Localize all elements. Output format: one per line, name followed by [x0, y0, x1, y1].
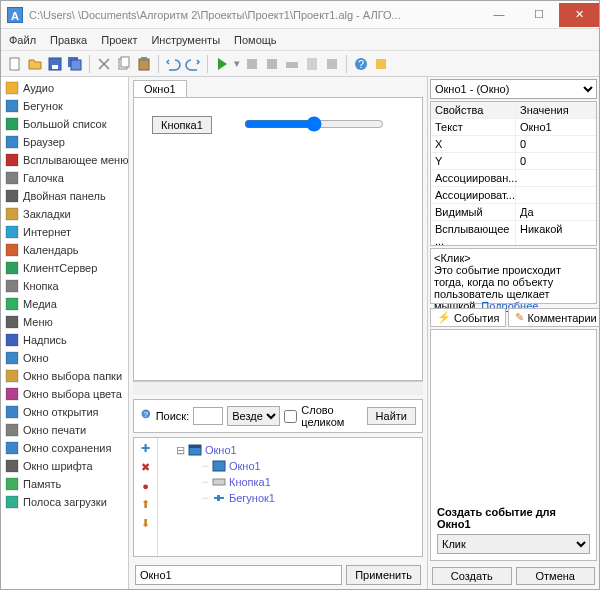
toolbox-item[interactable]: Большой список: [1, 115, 128, 133]
copy-icon[interactable]: [116, 56, 132, 72]
save-all-icon[interactable]: [67, 56, 83, 72]
toolbox-item[interactable]: Галочка: [1, 169, 128, 187]
horizontal-scrollbar[interactable]: [133, 381, 423, 395]
create-event-label: Создать событие для Окно1: [437, 506, 590, 530]
toolbox-item[interactable]: Окно выбора папки: [1, 367, 128, 385]
menu-help[interactable]: Помощь: [234, 34, 277, 46]
run-dropdown-icon[interactable]: ▾: [234, 57, 240, 70]
toolbox-item[interactable]: Интернет: [1, 223, 128, 241]
property-row[interactable]: Ассоциироват...: [431, 187, 596, 204]
about-icon[interactable]: [373, 56, 389, 72]
stop-icon[interactable]: [244, 56, 260, 72]
tree-down-icon[interactable]: ⬇: [141, 517, 150, 530]
toolbox-item[interactable]: Окно сохранения: [1, 439, 128, 457]
whole-word-checkbox[interactable]: [284, 410, 297, 423]
svg-rect-22: [6, 172, 18, 184]
toolbox-item[interactable]: Окно выбора цвета: [1, 385, 128, 403]
toolbox-item-label: Окно шрифта: [23, 460, 93, 472]
tree-up-icon[interactable]: ⬆: [141, 498, 150, 511]
undo-icon[interactable]: [165, 56, 181, 72]
build2-icon[interactable]: [284, 56, 300, 72]
save-icon[interactable]: [47, 56, 63, 72]
tree-node[interactable]: Кнопка1: [229, 476, 271, 488]
designer-tab[interactable]: Окно1: [133, 80, 187, 97]
toolbox-item[interactable]: Закладки: [1, 205, 128, 223]
paste-icon[interactable]: [136, 56, 152, 72]
cancel-button[interactable]: Отмена: [516, 567, 596, 585]
form-designer-canvas[interactable]: Кнопка1: [133, 97, 423, 381]
toolbox-item[interactable]: Память: [1, 475, 128, 493]
toolbox-item[interactable]: Календарь: [1, 241, 128, 259]
property-row[interactable]: Ассоциирован...: [431, 170, 596, 187]
toolbox-item[interactable]: Кнопка: [1, 277, 128, 295]
property-value[interactable]: [516, 187, 596, 203]
maximize-button[interactable]: ☐: [519, 3, 559, 27]
redo-icon[interactable]: [185, 56, 201, 72]
tool2-icon[interactable]: [324, 56, 340, 72]
toolbox-item[interactable]: Полоса загрузки: [1, 493, 128, 511]
menu-project[interactable]: Проект: [101, 34, 137, 46]
property-value[interactable]: [516, 170, 596, 186]
property-row[interactable]: ТекстОкно1: [431, 119, 596, 136]
tree-plus-icon[interactable]: ✚: [141, 442, 150, 455]
toolbox-item[interactable]: Всплывающее меню: [1, 151, 128, 169]
property-row[interactable]: X0: [431, 136, 596, 153]
toolbox-item[interactable]: Браузер: [1, 133, 128, 151]
cut-icon[interactable]: [96, 56, 112, 72]
toolbox-item[interactable]: Двойная панель: [1, 187, 128, 205]
tree-root[interactable]: Окно1: [205, 444, 237, 456]
toolbox-item[interactable]: Бегунок: [1, 97, 128, 115]
property-name: Ассоциирован...: [431, 170, 516, 186]
minimize-button[interactable]: —: [479, 3, 519, 27]
search-input[interactable]: [193, 407, 223, 425]
new-icon[interactable]: [7, 56, 23, 72]
comment-icon: ✎: [515, 311, 524, 324]
toolbox-item-icon: [5, 117, 19, 131]
tree-delete-icon[interactable]: ✖: [141, 461, 150, 474]
property-row[interactable]: Всплывающее ...Никакой: [431, 221, 596, 246]
form-control-button[interactable]: Кнопка1: [152, 116, 212, 134]
toolbox-item[interactable]: Медиа: [1, 295, 128, 313]
property-value[interactable]: Окно1: [516, 119, 596, 135]
toolbox-item[interactable]: Надпись: [1, 331, 128, 349]
search-scope-select[interactable]: Везде: [227, 406, 280, 426]
help-small-icon[interactable]: ?: [140, 408, 152, 424]
toolbox-item[interactable]: Окно шрифта: [1, 457, 128, 475]
property-value[interactable]: Да: [516, 204, 596, 220]
properties-grid[interactable]: СвойстваЗначения ТекстОкно1X0Y0Ассоцииро…: [430, 101, 597, 246]
property-value[interactable]: 0: [516, 136, 596, 152]
find-button[interactable]: Найти: [367, 407, 416, 425]
help-icon[interactable]: ?: [353, 56, 369, 72]
toolbox-item[interactable]: Окно: [1, 349, 128, 367]
property-row[interactable]: ВидимыйДа: [431, 204, 596, 221]
property-row[interactable]: Y0: [431, 153, 596, 170]
object-selector[interactable]: Окно1 - (Окно): [430, 79, 597, 99]
property-value[interactable]: 0: [516, 153, 596, 169]
form-control-slider[interactable]: [244, 116, 384, 132]
build-icon[interactable]: [264, 56, 280, 72]
titlebar: A C:\Users\ \Documents\Алгоритм 2\Проект…: [1, 1, 599, 29]
tree-record-icon[interactable]: ●: [142, 480, 149, 492]
project-tree[interactable]: ⊟ Окно1 ┈ Окно1 ┈ Кнопка1 ┈ Бегунок1: [158, 438, 422, 556]
run-icon[interactable]: [214, 56, 230, 72]
toolbox-item[interactable]: Меню: [1, 313, 128, 331]
create-button[interactable]: Создать: [432, 567, 512, 585]
tree-node[interactable]: Окно1: [229, 460, 261, 472]
object-name-input[interactable]: [135, 565, 342, 585]
property-value[interactable]: Никакой: [516, 221, 596, 246]
tree-node[interactable]: Бегунок1: [229, 492, 275, 504]
toolbox-item[interactable]: Окно открытия: [1, 403, 128, 421]
toolbox-item[interactable]: Аудио: [1, 79, 128, 97]
menu-tools[interactable]: Инструменты: [151, 34, 220, 46]
tab-events[interactable]: ⚡События: [430, 308, 506, 327]
toolbox-item[interactable]: КлиентСервер: [1, 259, 128, 277]
tool1-icon[interactable]: [304, 56, 320, 72]
open-icon[interactable]: [27, 56, 43, 72]
event-type-select[interactable]: Клик: [437, 534, 590, 554]
tab-comments[interactable]: ✎Комментарии: [508, 308, 600, 327]
toolbox-item[interactable]: Окно печати: [1, 421, 128, 439]
apply-button[interactable]: Применить: [346, 565, 421, 585]
close-button[interactable]: ✕: [559, 3, 599, 27]
menu-file[interactable]: Файл: [9, 34, 36, 46]
menu-edit[interactable]: Правка: [50, 34, 87, 46]
